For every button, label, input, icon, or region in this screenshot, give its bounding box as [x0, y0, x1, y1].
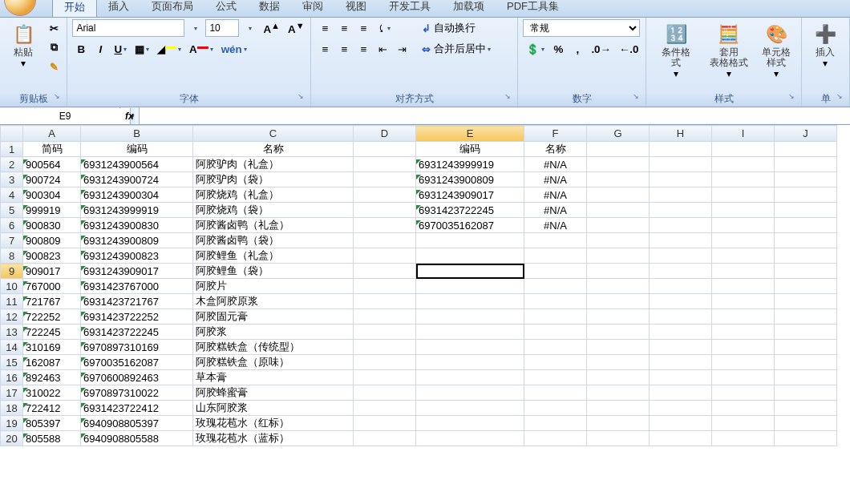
cell-A9[interactable]: 909017 [23, 264, 81, 279]
row-header-10[interactable]: 10 [1, 279, 23, 294]
select-all-corner[interactable] [1, 126, 23, 142]
cell-A19[interactable]: 805397 [23, 416, 81, 431]
cell-J12[interactable] [775, 309, 837, 325]
cell-D18[interactable] [354, 401, 416, 416]
comma-button[interactable]: , [569, 40, 586, 58]
cell-I3[interactable] [712, 172, 775, 187]
number-format-select[interactable]: 常规 [523, 19, 640, 37]
col-header-D[interactable]: D [354, 126, 416, 142]
cell-E19[interactable] [416, 416, 524, 431]
cell-G14[interactable] [587, 340, 650, 355]
font-name-dropdown[interactable]: ▾ [186, 19, 204, 37]
row-header-19[interactable]: 19 [1, 416, 23, 431]
currency-button[interactable]: 💲▾ [523, 40, 548, 58]
merge-center-button[interactable]: ⇔ 合并后居中▾ [419, 40, 507, 58]
cell-G19[interactable] [587, 416, 650, 431]
conditional-format-button[interactable]: 🔢条件格式▾ [651, 19, 700, 82]
cell-I7[interactable] [712, 233, 775, 248]
cell-B10[interactable]: 6931423767000 [81, 279, 193, 294]
cell-J16[interactable] [775, 370, 837, 385]
cell-F16[interactable] [524, 370, 587, 385]
cell-E20[interactable] [416, 431, 524, 446]
cell-J11[interactable] [775, 294, 837, 309]
align-right-button[interactable]: ≡ [354, 40, 372, 58]
cell-C16[interactable]: 草本膏 [193, 370, 354, 385]
row-header-11[interactable]: 11 [1, 294, 23, 309]
align-middle-button[interactable]: ≡ [335, 19, 353, 37]
cell-G20[interactable] [587, 431, 650, 446]
cell-J19[interactable] [775, 416, 837, 431]
cell-B4[interactable]: 6931243900304 [81, 187, 193, 203]
format-painter-button[interactable]: ✎ [45, 58, 63, 75]
cell-C17[interactable]: 阿胶蜂蜜膏 [193, 385, 354, 401]
cell-A6[interactable]: 900830 [23, 218, 81, 233]
cell-H1[interactable] [650, 142, 712, 157]
cell-D3[interactable] [354, 172, 416, 187]
phonetic-button[interactable]: wén▾ [218, 40, 250, 58]
tab-0[interactable]: 开始 [52, 0, 97, 17]
cell-G18[interactable] [587, 401, 650, 416]
cell-F11[interactable] [524, 294, 587, 309]
cell-A17[interactable]: 310022 [23, 385, 81, 401]
cell-E13[interactable] [416, 325, 524, 340]
cell-H20[interactable] [650, 431, 712, 446]
col-header-E[interactable]: E [416, 126, 524, 142]
cell-D12[interactable] [354, 309, 416, 325]
cell-B16[interactable]: 6970600892463 [81, 370, 193, 385]
tab-4[interactable]: 数据 [248, 0, 291, 17]
cell-H9[interactable] [650, 264, 712, 279]
cell-I19[interactable] [712, 416, 775, 431]
row-header-14[interactable]: 14 [1, 340, 23, 355]
cell-C20[interactable]: 玫瑰花苞水（蓝标） [193, 431, 354, 446]
cell-F9[interactable] [524, 264, 587, 279]
cell-J20[interactable] [775, 431, 837, 446]
cell-C18[interactable]: 山东阿胶浆 [193, 401, 354, 416]
cell-F12[interactable] [524, 309, 587, 325]
cell-E8[interactable] [416, 248, 524, 264]
cell-J4[interactable] [775, 187, 837, 203]
cell-D20[interactable] [354, 431, 416, 446]
cell-B13[interactable]: 6931423722245 [81, 325, 193, 340]
row-header-4[interactable]: 4 [1, 187, 23, 203]
decrease-indent-button[interactable]: ⇤ [374, 40, 391, 58]
cell-I6[interactable] [712, 218, 775, 233]
cell-A3[interactable]: 900724 [23, 172, 81, 187]
paste-button[interactable]: 📋 粘贴 ▾ [5, 19, 42, 71]
tab-2[interactable]: 页面布局 [140, 0, 204, 17]
cell-G11[interactable] [587, 294, 650, 309]
cell-A11[interactable]: 721767 [23, 294, 81, 309]
cell-B3[interactable]: 6931243900724 [81, 172, 193, 187]
cell-C3[interactable]: 阿胶驴肉（袋） [193, 172, 354, 187]
tab-8[interactable]: 加载项 [442, 0, 496, 17]
cell-I14[interactable] [712, 340, 775, 355]
cell-B2[interactable]: 6931243900564 [81, 157, 193, 172]
cell-E18[interactable] [416, 401, 524, 416]
cell-E3[interactable]: 6931243900809 [416, 172, 524, 187]
cell-C2[interactable]: 阿胶驴肉（礼盒） [193, 157, 354, 172]
increase-indent-button[interactable]: ⇥ [393, 40, 411, 58]
cell-H2[interactable] [650, 157, 712, 172]
row-header-7[interactable]: 7 [1, 233, 23, 248]
cell-D15[interactable] [354, 355, 416, 370]
border-button[interactable]: ▦▾ [132, 40, 152, 58]
cell-F7[interactable] [524, 233, 587, 248]
col-header-G[interactable]: G [587, 126, 650, 142]
cell-G5[interactable] [587, 203, 650, 218]
row-header-5[interactable]: 5 [1, 203, 23, 218]
cell-J14[interactable] [775, 340, 837, 355]
cell-D10[interactable] [354, 279, 416, 294]
col-header-H[interactable]: H [650, 126, 712, 142]
cell-styles-button[interactable]: 🎨单元格 样式▾ [756, 19, 796, 82]
cell-E14[interactable] [416, 340, 524, 355]
cell-F18[interactable] [524, 401, 587, 416]
font-color-button[interactable]: A▾ [186, 40, 217, 58]
row-header-16[interactable]: 16 [1, 370, 23, 385]
copy-button[interactable]: ⧉ [45, 38, 63, 56]
cell-C9[interactable]: 阿胶鲤鱼（袋） [193, 264, 354, 279]
cell-A4[interactable]: 900304 [23, 187, 81, 203]
orientation-button[interactable]: ⤹▾ [374, 19, 394, 37]
font-name-input[interactable] [72, 19, 184, 37]
cell-A10[interactable]: 767000 [23, 279, 81, 294]
row-header-9[interactable]: 9 [1, 264, 23, 279]
cell-J15[interactable] [775, 355, 837, 370]
